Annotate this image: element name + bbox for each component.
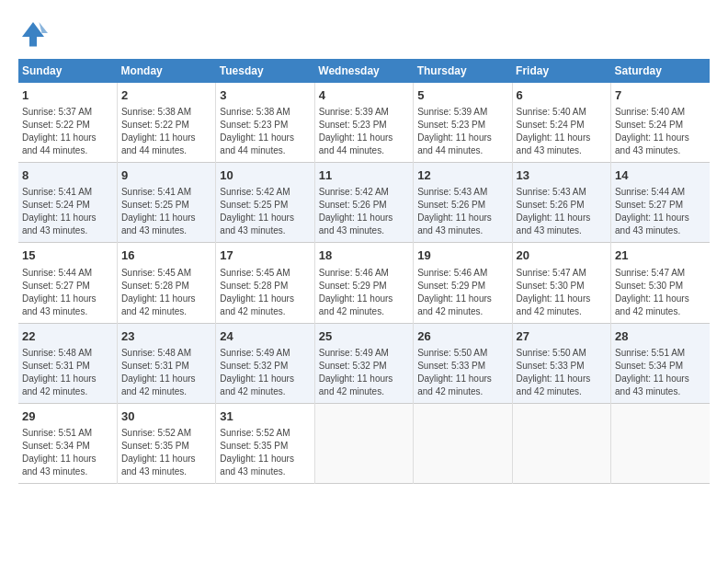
week-row-3: 15Sunrise: 5:44 AM Sunset: 5:27 PM Dayli…: [18, 243, 710, 323]
day-info: Sunrise: 5:50 AM Sunset: 5:33 PM Dayligh…: [417, 347, 507, 398]
day-info: Sunrise: 5:38 AM Sunset: 5:23 PM Dayligh…: [220, 106, 310, 157]
day-number: 24: [220, 328, 310, 345]
header-day-wednesday: Wednesday: [314, 59, 413, 83]
day-number: 28: [615, 328, 706, 345]
day-number: 7: [615, 87, 706, 104]
week-row-4: 22Sunrise: 5:48 AM Sunset: 5:31 PM Dayli…: [18, 323, 710, 403]
calendar-cell: 5Sunrise: 5:39 AM Sunset: 5:23 PM Daylig…: [414, 83, 512, 163]
day-info: Sunrise: 5:40 AM Sunset: 5:24 PM Dayligh…: [615, 106, 706, 157]
calendar-cell: 13Sunrise: 5:43 AM Sunset: 5:26 PM Dayli…: [512, 163, 610, 243]
header-day-saturday: Saturday: [611, 59, 710, 83]
calendar-cell: 27Sunrise: 5:50 AM Sunset: 5:33 PM Dayli…: [512, 323, 610, 403]
day-info: Sunrise: 5:52 AM Sunset: 5:35 PM Dayligh…: [220, 427, 310, 478]
day-info: Sunrise: 5:49 AM Sunset: 5:32 PM Dayligh…: [220, 347, 310, 398]
day-number: 8: [22, 167, 113, 184]
calendar-table: SundayMondayTuesdayWednesdayThursdayFrid…: [18, 59, 710, 484]
header-day-sunday: Sunday: [18, 59, 117, 83]
day-info: Sunrise: 5:43 AM Sunset: 5:26 PM Dayligh…: [517, 186, 607, 237]
day-info: Sunrise: 5:41 AM Sunset: 5:25 PM Dayligh…: [121, 186, 211, 237]
day-number: 27: [517, 328, 607, 345]
day-info: Sunrise: 5:52 AM Sunset: 5:35 PM Dayligh…: [121, 427, 211, 478]
calendar-cell: 23Sunrise: 5:48 AM Sunset: 5:31 PM Dayli…: [117, 323, 215, 403]
day-number: 15: [22, 247, 113, 264]
calendar-cell: 21Sunrise: 5:47 AM Sunset: 5:30 PM Dayli…: [611, 243, 710, 323]
calendar-cell: 17Sunrise: 5:45 AM Sunset: 5:28 PM Dayli…: [216, 243, 314, 323]
calendar-cell: 14Sunrise: 5:44 AM Sunset: 5:27 PM Dayli…: [611, 163, 710, 243]
calendar-cell: 22Sunrise: 5:48 AM Sunset: 5:31 PM Dayli…: [18, 323, 117, 403]
calendar-cell: [611, 403, 710, 483]
calendar-cell: [512, 403, 610, 483]
calendar-cell: [414, 403, 512, 483]
calendar-cell: 2Sunrise: 5:38 AM Sunset: 5:22 PM Daylig…: [117, 83, 215, 163]
day-info: Sunrise: 5:49 AM Sunset: 5:32 PM Dayligh…: [319, 347, 409, 398]
day-number: 18: [319, 247, 409, 264]
day-info: Sunrise: 5:51 AM Sunset: 5:34 PM Dayligh…: [22, 427, 113, 478]
day-number: 9: [121, 167, 211, 184]
day-info: Sunrise: 5:50 AM Sunset: 5:33 PM Dayligh…: [517, 347, 607, 398]
day-info: Sunrise: 5:48 AM Sunset: 5:31 PM Dayligh…: [121, 347, 211, 398]
day-number: 31: [220, 408, 310, 425]
calendar-cell: 12Sunrise: 5:43 AM Sunset: 5:26 PM Dayli…: [414, 163, 512, 243]
week-row-5: 29Sunrise: 5:51 AM Sunset: 5:34 PM Dayli…: [18, 403, 710, 483]
day-number: 10: [220, 167, 310, 184]
calendar-cell: 4Sunrise: 5:39 AM Sunset: 5:23 PM Daylig…: [314, 83, 413, 163]
calendar-cell: 25Sunrise: 5:49 AM Sunset: 5:32 PM Dayli…: [314, 323, 413, 403]
svg-marker-1: [39, 22, 48, 33]
week-row-2: 8Sunrise: 5:41 AM Sunset: 5:24 PM Daylig…: [18, 163, 710, 243]
day-number: 2: [121, 87, 211, 104]
day-info: Sunrise: 5:45 AM Sunset: 5:28 PM Dayligh…: [121, 267, 211, 318]
day-number: 14: [615, 167, 706, 184]
day-info: Sunrise: 5:46 AM Sunset: 5:29 PM Dayligh…: [319, 267, 409, 318]
day-info: Sunrise: 5:44 AM Sunset: 5:27 PM Dayligh…: [615, 186, 706, 237]
day-number: 17: [220, 247, 310, 264]
header-day-thursday: Thursday: [414, 59, 512, 83]
header-row: SundayMondayTuesdayWednesdayThursdayFrid…: [18, 59, 710, 83]
calendar-cell: 29Sunrise: 5:51 AM Sunset: 5:34 PM Dayli…: [18, 403, 117, 483]
calendar-cell: 18Sunrise: 5:46 AM Sunset: 5:29 PM Dayli…: [314, 243, 413, 323]
calendar-cell: [314, 403, 413, 483]
day-number: 21: [615, 247, 706, 264]
day-number: 13: [517, 167, 607, 184]
day-info: Sunrise: 5:38 AM Sunset: 5:22 PM Dayligh…: [121, 106, 211, 157]
day-number: 4: [319, 87, 409, 104]
calendar-cell: 24Sunrise: 5:49 AM Sunset: 5:32 PM Dayli…: [216, 323, 314, 403]
calendar-cell: 9Sunrise: 5:41 AM Sunset: 5:25 PM Daylig…: [117, 163, 215, 243]
day-info: Sunrise: 5:47 AM Sunset: 5:30 PM Dayligh…: [517, 267, 607, 318]
day-info: Sunrise: 5:51 AM Sunset: 5:34 PM Dayligh…: [615, 347, 706, 398]
day-info: Sunrise: 5:47 AM Sunset: 5:30 PM Dayligh…: [615, 267, 706, 318]
calendar-header: SundayMondayTuesdayWednesdayThursdayFrid…: [18, 59, 710, 83]
calendar-cell: 28Sunrise: 5:51 AM Sunset: 5:34 PM Dayli…: [611, 323, 710, 403]
calendar-cell: 26Sunrise: 5:50 AM Sunset: 5:33 PM Dayli…: [414, 323, 512, 403]
day-number: 5: [417, 87, 507, 104]
day-number: 1: [22, 87, 113, 104]
day-info: Sunrise: 5:45 AM Sunset: 5:28 PM Dayligh…: [220, 267, 310, 318]
week-row-1: 1Sunrise: 5:37 AM Sunset: 5:22 PM Daylig…: [18, 83, 710, 163]
day-number: 20: [517, 247, 607, 264]
calendar-cell: 1Sunrise: 5:37 AM Sunset: 5:22 PM Daylig…: [18, 83, 117, 163]
day-number: 6: [517, 87, 607, 104]
header-day-monday: Monday: [117, 59, 215, 83]
day-number: 26: [417, 328, 507, 345]
calendar-cell: 3Sunrise: 5:38 AM Sunset: 5:23 PM Daylig…: [216, 83, 314, 163]
day-info: Sunrise: 5:42 AM Sunset: 5:26 PM Dayligh…: [319, 186, 409, 237]
day-info: Sunrise: 5:37 AM Sunset: 5:22 PM Dayligh…: [22, 106, 113, 157]
calendar-cell: 16Sunrise: 5:45 AM Sunset: 5:28 PM Dayli…: [117, 243, 215, 323]
day-number: 3: [220, 87, 310, 104]
day-info: Sunrise: 5:46 AM Sunset: 5:29 PM Dayligh…: [417, 267, 507, 318]
header-day-tuesday: Tuesday: [216, 59, 314, 83]
day-info: Sunrise: 5:44 AM Sunset: 5:27 PM Dayligh…: [22, 267, 113, 318]
day-number: 30: [121, 408, 211, 425]
calendar-cell: 15Sunrise: 5:44 AM Sunset: 5:27 PM Dayli…: [18, 243, 117, 323]
day-number: 23: [121, 328, 211, 345]
day-number: 16: [121, 247, 211, 264]
calendar-cell: 8Sunrise: 5:41 AM Sunset: 5:24 PM Daylig…: [18, 163, 117, 243]
day-info: Sunrise: 5:43 AM Sunset: 5:26 PM Dayligh…: [417, 186, 507, 237]
calendar-body: 1Sunrise: 5:37 AM Sunset: 5:22 PM Daylig…: [18, 83, 710, 483]
day-info: Sunrise: 5:40 AM Sunset: 5:24 PM Dayligh…: [517, 106, 607, 157]
calendar-cell: 20Sunrise: 5:47 AM Sunset: 5:30 PM Dayli…: [512, 243, 610, 323]
day-number: 22: [22, 328, 113, 345]
calendar-cell: 7Sunrise: 5:40 AM Sunset: 5:24 PM Daylig…: [611, 83, 710, 163]
calendar-cell: 11Sunrise: 5:42 AM Sunset: 5:26 PM Dayli…: [314, 163, 413, 243]
calendar-cell: 10Sunrise: 5:42 AM Sunset: 5:25 PM Dayli…: [216, 163, 314, 243]
day-info: Sunrise: 5:42 AM Sunset: 5:25 PM Dayligh…: [220, 186, 310, 237]
